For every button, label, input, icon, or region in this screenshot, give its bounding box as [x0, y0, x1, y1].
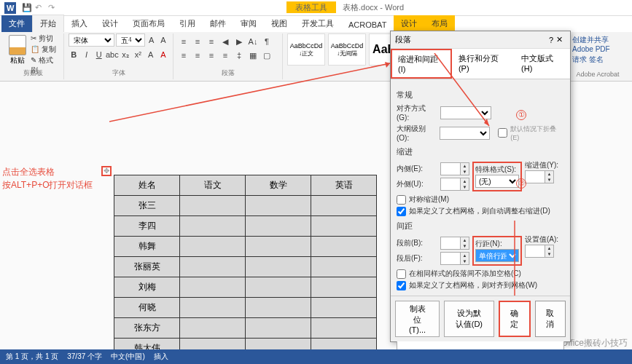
undo-icon[interactable]: ↶ — [35, 3, 45, 13]
align-left-icon[interactable]: ≡ — [178, 50, 190, 61]
underline-icon[interactable]: U — [94, 49, 104, 60]
decrease-indent-icon[interactable]: ◀ — [219, 36, 231, 47]
style-nospacing[interactable]: AaBbCcDd↓无间隔 — [328, 33, 366, 66]
paragraph-group: ≡ ≡ ≡ ◀ ▶ A↓ ¶ ≡ ≡ ≡ ≡ ‡ ▦ ▢ 段落 — [173, 33, 283, 79]
paragraph-dialog: 段落 ? ✕ 缩进和间距(I) 换行和分页(P) 中文版式(H) 常规 对齐方式… — [390, 31, 571, 342]
tab-line-breaks[interactable]: 换行和分页(P) — [452, 49, 515, 79]
italic-icon[interactable]: I — [81, 49, 91, 60]
align-right-icon[interactable]: ≡ — [206, 50, 217, 61]
tab-view[interactable]: 视图 — [264, 15, 294, 32]
inside-spinner[interactable]: ▲▼ — [440, 162, 469, 175]
dialog-titlebar[interactable]: 段落 ? ✕ — [391, 31, 570, 49]
status-bar: 第 1 页，共 1 页 37/37 个字 中文(中国) 插入 — [0, 349, 632, 364]
borders-icon[interactable]: ▢ — [261, 50, 273, 61]
outline-select[interactable] — [440, 127, 490, 140]
copy-button[interactable]: 📋 复制 — [31, 44, 59, 55]
table-row: 刘梅 — [114, 277, 377, 298]
alignment-select[interactable] — [440, 106, 491, 119]
tab-file[interactable]: 文件 — [1, 15, 32, 32]
subscript-icon[interactable]: x₂ — [120, 49, 130, 60]
no-space-checkbox[interactable] — [397, 269, 406, 279]
tab-indent-spacing[interactable]: 缩进和间距(I) — [391, 49, 452, 79]
grow-font-icon[interactable]: A — [147, 34, 157, 46]
set-value-spinner[interactable]: ▲▼ — [525, 245, 554, 258]
tab-layout[interactable]: 页面布局 — [125, 15, 172, 32]
multilevel-icon[interactable]: ≡ — [206, 36, 217, 47]
superscript-icon[interactable]: x² — [133, 49, 143, 60]
close-icon[interactable]: ✕ — [553, 35, 566, 44]
special-format-redbox: 特殊格式(S): (无) — [472, 162, 522, 191]
line-spacing-icon[interactable]: ‡ — [233, 50, 245, 61]
redo-icon[interactable]: ↷ — [48, 3, 58, 13]
font-group: 宋体 五号 A A B I U abc x₂ x² A A 字体 — [64, 33, 173, 79]
tabs-button[interactable]: 制表位(T)... — [395, 301, 440, 337]
language-status[interactable]: 中文(中国) — [111, 352, 145, 362]
table-select-handle[interactable]: ✥ — [101, 166, 112, 176]
ok-button[interactable]: 确定 — [499, 301, 531, 337]
request-sign-button[interactable]: 请求 签名 — [572, 55, 623, 65]
create-pdf-button[interactable]: 创建并共享Adobe PDF — [572, 35, 623, 53]
tab-acrobat[interactable]: ACROBAT — [341, 17, 394, 32]
special-format-select[interactable]: (无) — [475, 175, 519, 188]
cut-button[interactable]: ✂ 剪切 — [31, 33, 59, 44]
col-name[interactable]: 姓名 — [114, 175, 180, 196]
annotation-text: 点击全选表格 按ALT+P+O打开对话框 — [2, 165, 93, 191]
collapse-checkbox[interactable] — [498, 128, 507, 138]
data-table[interactable]: 姓名 语文 数学 英语 张三 李四 韩舞 张丽英 刘梅 何晓 张东方 韩大伟 李… — [114, 175, 377, 364]
col-chinese[interactable]: 语文 — [180, 175, 246, 196]
font-family-select[interactable]: 宋体 — [69, 33, 114, 47]
strike-icon[interactable]: abc — [106, 49, 118, 60]
bullets-icon[interactable]: ≡ — [178, 36, 190, 47]
font-color-icon[interactable]: A — [158, 49, 168, 60]
sort-icon[interactable]: A↓ — [247, 36, 259, 47]
justify-icon[interactable]: ≡ — [219, 50, 231, 61]
tab-mailings[interactable]: 邮件 — [203, 15, 233, 32]
tab-table-design[interactable]: 设计 — [394, 15, 424, 32]
tab-references[interactable]: 引用 — [172, 15, 203, 32]
table-row: 韩舞 — [114, 237, 377, 257]
font-size-select[interactable]: 五号 — [116, 33, 145, 47]
dialog-tabs: 缩进和间距(I) 换行和分页(P) 中文版式(H) — [391, 49, 570, 79]
clipboard-group: 粘贴 ✂ 剪切 📋 复制 ✎ 格式刷 剪贴板 — [3, 33, 64, 79]
align-center-icon[interactable]: ≡ — [192, 50, 203, 61]
indent-value-spinner[interactable]: ▲▼ — [525, 170, 554, 183]
before-spinner[interactable]: ▲▼ — [440, 237, 469, 250]
table-row: 张丽英 — [114, 257, 377, 277]
tab-insert[interactable]: 插入 — [64, 15, 95, 32]
tab-review[interactable]: 审阅 — [233, 15, 264, 32]
word-count[interactable]: 37/37 个字 — [67, 352, 102, 362]
line-spacing-redbox: 行距(N): 单倍行距 — [472, 236, 522, 266]
table-row: 张三 — [114, 196, 377, 216]
tab-asian[interactable]: 中文版式(H) — [515, 49, 570, 79]
document-title: 表格.docx - Word — [343, 3, 404, 12]
bold-icon[interactable]: B — [69, 49, 79, 60]
highlight-icon[interactable]: A — [145, 49, 155, 60]
line-spacing-select[interactable]: 单倍行距 — [475, 249, 519, 262]
auto-adjust-checkbox[interactable] — [397, 207, 406, 216]
col-math[interactable]: 数学 — [246, 175, 311, 196]
increase-indent-icon[interactable]: ▶ — [233, 36, 245, 47]
save-icon[interactable]: 💾 — [22, 3, 32, 13]
page-status[interactable]: 第 1 页，共 1 页 — [6, 352, 58, 362]
quick-access-toolbar: 💾 ↶ ↷ — [22, 3, 58, 13]
tab-table-layout[interactable]: 布局 — [424, 15, 455, 32]
tab-design[interactable]: 设计 — [95, 15, 125, 32]
dialog-buttons: 制表位(T)... 设为默认值(D) 确定 取消 — [391, 296, 570, 341]
insert-mode[interactable]: 插入 — [154, 352, 168, 362]
show-marks-icon[interactable]: ¶ — [261, 36, 273, 47]
set-default-button[interactable]: 设为默认值(D) — [444, 301, 494, 337]
snap-grid-checkbox[interactable] — [397, 281, 406, 290]
after-spinner[interactable]: ▲▼ — [440, 252, 469, 265]
cancel-button[interactable]: 取消 — [535, 301, 566, 337]
mirror-checkbox[interactable] — [397, 195, 406, 205]
tab-home[interactable]: 开始 — [32, 15, 64, 32]
table-row: 何晓 — [114, 298, 377, 318]
shrink-font-icon[interactable]: A — [158, 34, 168, 46]
style-normal[interactable]: AaBbCcDd↓正文 — [287, 33, 325, 66]
numbering-icon[interactable]: ≡ — [192, 36, 203, 47]
col-english[interactable]: 英语 — [311, 175, 377, 196]
outside-spinner[interactable]: ▲▼ — [440, 178, 469, 191]
shading-icon[interactable]: ▦ — [247, 50, 259, 61]
svg-text:W: W — [7, 4, 15, 12]
tab-developer[interactable]: 开发工具 — [294, 15, 341, 32]
